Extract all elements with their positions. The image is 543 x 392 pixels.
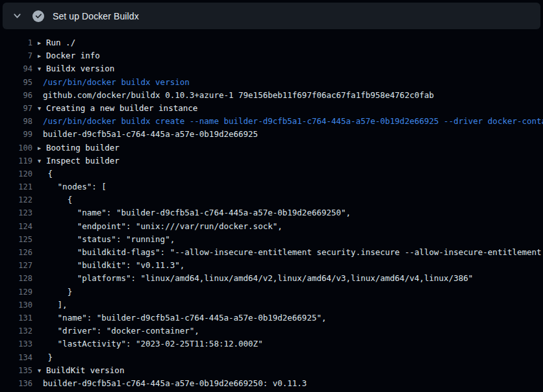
output-text: "name": "builder-d9cfb5a1-c764-445a-a57e… — [43, 312, 327, 325]
output-text: "buildkit": "v0.11.3", — [43, 259, 184, 272]
output-text: builder-d9cfb5a1-c764-445a-a57e-0b19d2e6… — [43, 128, 258, 141]
log-group-row[interactable]: 94▼Buildx version — [0, 62, 543, 75]
line-number[interactable]: 127 — [0, 259, 32, 272]
log-group-row[interactable]: 97▼Creating a new builder instance — [0, 102, 543, 115]
line-number[interactable]: 99 — [0, 128, 32, 141]
line-number[interactable]: 131 — [0, 312, 32, 325]
log-line: 128 "platforms": "linux/amd64,linux/amd6… — [0, 272, 543, 285]
triangle-down-icon[interactable]: ▼ — [38, 154, 46, 167]
output-text: ], — [43, 299, 68, 312]
line-number[interactable]: 95 — [0, 76, 32, 89]
output-text: "lastActivity": "2023-02-25T11:58:12.000… — [43, 337, 263, 350]
output-text: } — [43, 286, 72, 299]
line-number[interactable]: 136 — [0, 377, 32, 390]
line-number[interactable]: 120 — [0, 167, 32, 180]
line-number[interactable]: 119 — [0, 154, 32, 167]
log-group-row[interactable]: 1▶Run ./ — [0, 36, 543, 49]
line-number[interactable]: 132 — [0, 325, 32, 337]
line-number[interactable]: 121 — [0, 180, 32, 193]
log-line: 125 "status": "running", — [0, 233, 543, 246]
line-number[interactable]: 123 — [0, 206, 32, 219]
line-number[interactable]: 135 — [0, 364, 32, 377]
triangle-right-icon[interactable]: ▶ — [38, 36, 46, 49]
output-text: } — [43, 351, 53, 364]
log-line: 133 "lastActivity": "2023-02-25T11:58:12… — [0, 337, 543, 350]
output-text: "driver": "docker-container", — [43, 325, 199, 337]
group-title: Creating a new builder instance — [46, 103, 197, 113]
log-line: 96github.com/docker/buildx 0.10.3+azure-… — [0, 89, 543, 102]
command-text: /usr/bin/docker buildx version — [43, 76, 190, 89]
log-group-row[interactable]: 135▼BuildKit version — [0, 364, 543, 377]
line-number[interactable]: 7 — [0, 49, 32, 62]
log-line: 129 } — [0, 286, 543, 299]
output-text: "nodes": [ — [43, 180, 107, 193]
triangle-right-icon[interactable]: ▶ — [38, 49, 46, 62]
triangle-down-icon[interactable]: ▼ — [38, 102, 46, 115]
line-number[interactable]: 125 — [0, 233, 32, 246]
line-number[interactable]: 128 — [0, 272, 32, 285]
group-title: Inspect builder — [46, 156, 120, 165]
line-number[interactable]: 124 — [0, 220, 32, 233]
log-line: 126 "buildkitd-flags": "--allow-insecure… — [0, 246, 543, 259]
chevron-down-icon[interactable] — [12, 11, 22, 21]
line-number[interactable]: 133 — [0, 337, 32, 350]
output-text: "name": "builder-d9cfb5a1-c764-445a-a57e… — [43, 206, 351, 219]
line-number[interactable]: 129 — [0, 286, 32, 299]
output-text: "platforms": "linux/amd64,linux/amd64/v2… — [43, 272, 473, 285]
log-line: 99builder-d9cfb5a1-c764-445a-a57e-0b19d2… — [0, 128, 543, 141]
log-line: 130 ], — [0, 299, 543, 312]
output-text: "status": "running", — [43, 233, 175, 246]
line-number[interactable]: 130 — [0, 299, 32, 312]
triangle-down-icon[interactable]: ▼ — [38, 62, 46, 75]
group-title: BuildKit version — [46, 365, 124, 375]
line-number[interactable]: 96 — [0, 89, 32, 102]
log-line: 122 { — [0, 193, 543, 206]
log-group-row[interactable]: 119▼Inspect builder — [0, 154, 543, 167]
log-line: 134 } — [0, 351, 543, 364]
log-line: 121 "nodes": [ — [0, 180, 543, 193]
log-line: 123 "name": "builder-d9cfb5a1-c764-445a-… — [0, 206, 543, 219]
command-text: /usr/bin/docker buildx create --name bui… — [43, 115, 543, 128]
log-line: 132 "driver": "docker-container", — [0, 325, 543, 337]
line-number[interactable]: 126 — [0, 246, 32, 259]
step-header[interactable]: Set up Docker Buildx — [3, 3, 540, 29]
success-check-icon — [32, 10, 44, 22]
log-line: 95/usr/bin/docker buildx version — [0, 76, 543, 89]
output-text: "buildkitd-flags": "--allow-insecure-ent… — [43, 246, 543, 259]
log-viewer: 1▶Run ./7▶Docker info94▼Buildx version95… — [0, 29, 543, 390]
line-number[interactable]: 134 — [0, 351, 32, 364]
output-text: { — [43, 193, 72, 206]
step-title: Set up Docker Buildx — [53, 11, 139, 21]
log-line: 127 "buildkit": "v0.11.3", — [0, 259, 543, 272]
line-number[interactable]: 122 — [0, 193, 32, 206]
log-line: 98/usr/bin/docker buildx create --name b… — [0, 115, 543, 128]
output-text: "endpoint": "unix:///var/run/docker.sock… — [43, 220, 283, 233]
output-text: github.com/docker/buildx 0.10.3+azure-1 … — [43, 89, 434, 102]
triangle-down-icon[interactable]: ▼ — [38, 364, 46, 377]
log-line: 136builder-d9cfb5a1-c764-445a-a57e-0b19d… — [0, 377, 543, 390]
log-line: 124 "endpoint": "unix:///var/run/docker.… — [0, 220, 543, 233]
group-title: Booting builder — [46, 143, 120, 153]
log-group-row[interactable]: 100▶Booting builder — [0, 141, 543, 154]
line-number[interactable]: 97 — [0, 102, 32, 115]
line-number[interactable]: 100 — [0, 141, 32, 154]
group-title: Buildx version — [46, 64, 114, 73]
log-group-row[interactable]: 7▶Docker info — [0, 49, 543, 62]
line-number[interactable]: 94 — [0, 62, 32, 75]
log-line: 120 { — [0, 167, 543, 180]
line-number[interactable]: 1 — [0, 36, 32, 49]
triangle-right-icon[interactable]: ▶ — [38, 141, 46, 154]
group-title: Run ./ — [46, 38, 75, 47]
output-text: builder-d9cfb5a1-c764-445a-a57e-0b19d2e6… — [43, 377, 307, 390]
log-line: 131 "name": "builder-d9cfb5a1-c764-445a-… — [0, 312, 543, 325]
group-title: Docker info — [46, 51, 100, 60]
output-text: { — [43, 167, 53, 180]
line-number[interactable]: 98 — [0, 115, 32, 128]
